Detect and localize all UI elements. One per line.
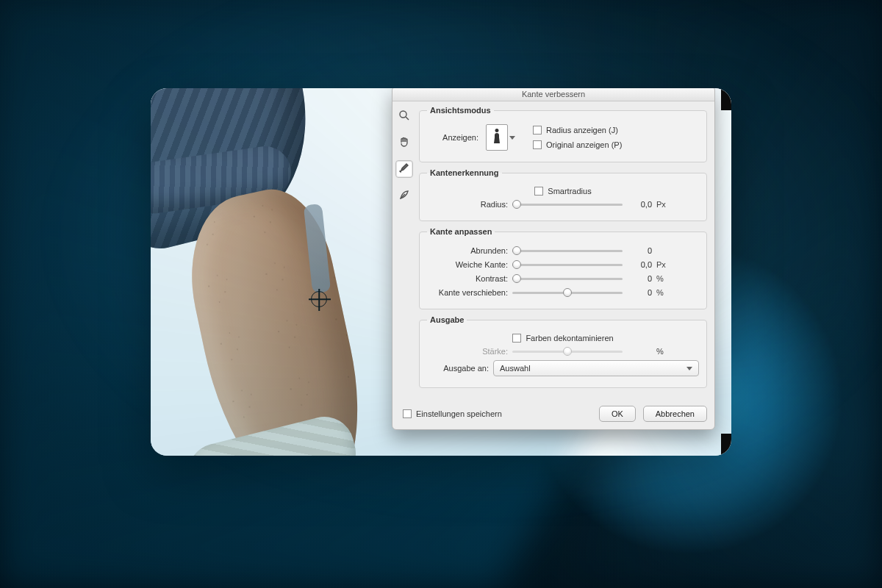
feather-value[interactable]: 0,0 [627, 260, 652, 269]
amount-unit: % [656, 347, 673, 356]
zoom-tool[interactable] [395, 107, 413, 125]
contrast-slider[interactable] [512, 273, 623, 284]
checkbox-icon [533, 140, 542, 149]
contrast-value[interactable]: 0 [627, 274, 652, 283]
output-group: Ausgabe Farben dekontaminieren Stärke: % [419, 315, 707, 388]
checkbox-icon [534, 187, 543, 196]
radius-unit: Px [656, 200, 673, 209]
feather-unit: Px [656, 260, 673, 269]
view-show-label: Anzeigen: [427, 133, 478, 142]
edge-detection-group: Kantenerkennung Smartradius Radius: 0,0 [419, 168, 707, 221]
window-edge-top [721, 88, 731, 110]
svg-point-0 [400, 111, 406, 118]
svg-line-1 [406, 117, 409, 120]
dialog-title[interactable]: Kante verbessern [392, 88, 714, 101]
adjust-edge-legend: Kante anpassen [427, 227, 495, 236]
refine-brush-tool[interactable] [395, 160, 413, 178]
show-radius-checkbox[interactable]: Radius anzeigen (J) [533, 126, 622, 135]
smooth-label: Abrunden: [427, 246, 508, 255]
output-to-label: Ausgabe an: [427, 364, 489, 373]
decontaminate-label: Farben dekontaminieren [526, 334, 613, 343]
hand-tool[interactable] [395, 134, 413, 151]
chevron-down-icon [509, 136, 515, 140]
adjust-edge-group: Kante anpassen Abrunden: 0 Weiche Kante:… [419, 227, 707, 309]
checkbox-icon [533, 126, 542, 135]
erase-refinements-tool[interactable] [395, 187, 413, 204]
smooth-slider[interactable] [512, 245, 623, 256]
radius-value[interactable]: 0,0 [627, 200, 652, 209]
contrast-label: Kontrast: [427, 274, 508, 283]
checkbox-icon [403, 409, 412, 418]
brush-icon [398, 162, 410, 176]
ok-button[interactable]: OK [599, 406, 636, 422]
output-to-value: Auswahl [500, 364, 531, 373]
view-mode-group: Ansichtsmodus Anzeigen: [419, 106, 707, 162]
window-edge-bottom [721, 434, 731, 456]
feather-icon [398, 189, 410, 202]
edge-detection-legend: Kantenerkennung [427, 168, 502, 177]
shift-edge-unit: % [656, 288, 673, 297]
show-radius-label: Radius anzeigen (J) [546, 126, 618, 135]
screenshot-card: Kante verbessern [151, 88, 731, 456]
shift-edge-label: Kante verschieben: [427, 288, 508, 297]
dialog-tool-column [392, 101, 416, 401]
refine-edge-dialog: Kante verbessern [392, 88, 715, 430]
magnifier-icon [398, 110, 410, 123]
feather-label: Weiche Kante: [427, 260, 508, 269]
view-mode-legend: Ansichtsmodus [427, 106, 494, 115]
silhouette-icon [492, 127, 502, 148]
contrast-unit: % [656, 274, 673, 283]
brush-cursor [311, 291, 327, 307]
hand-icon [398, 136, 410, 149]
shift-edge-slider[interactable] [512, 287, 623, 298]
radius-label: Radius: [427, 200, 508, 209]
smooth-value[interactable]: 0 [627, 246, 652, 255]
show-original-label: Original anzeigen (P) [546, 140, 622, 149]
shift-edge-value[interactable]: 0 [627, 288, 652, 297]
subject-forearm [174, 179, 380, 456]
view-mode-dropdown[interactable] [486, 124, 508, 151]
feather-slider[interactable] [512, 259, 623, 270]
show-original-checkbox[interactable]: Original anzeigen (P) [533, 140, 622, 149]
smart-radius-checkbox[interactable]: Smartradius [534, 187, 591, 196]
remember-settings-label: Einstellungen speichern [416, 409, 502, 418]
output-legend: Ausgabe [427, 315, 467, 324]
amount-slider [512, 346, 623, 356]
checkbox-icon [512, 334, 521, 343]
decontaminate-checkbox[interactable]: Farben dekontaminieren [512, 334, 613, 343]
amount-label: Stärke: [427, 347, 508, 356]
remember-settings-checkbox[interactable]: Einstellungen speichern [403, 409, 502, 418]
smart-radius-label: Smartradius [548, 187, 591, 196]
cancel-button[interactable]: Abbrechen [643, 406, 707, 422]
radius-slider[interactable] [512, 199, 623, 209]
output-to-select[interactable]: Auswahl [493, 360, 699, 376]
